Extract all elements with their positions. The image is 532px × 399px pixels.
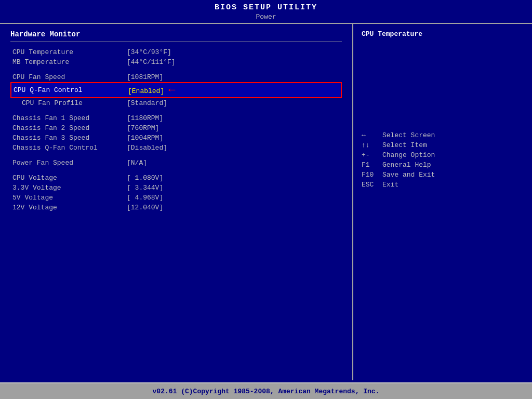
row-label-cpu-fan-speed: CPU Fan Speed	[12, 73, 127, 81]
menu-row-cpu-voltage: CPU Voltage[ 1.080V]	[10, 173, 342, 183]
row-value-chassis-fan1: [1180RPM]	[127, 114, 340, 122]
section-header: Hardware Monitor	[10, 30, 342, 38]
row-value-cpu-fan-speed: [1081RPM]	[127, 73, 340, 81]
bios-title: BIOS SETUP UTILITY	[0, 0, 532, 13]
menu-row-cpu-temp: CPU Temperature[34°C/93°F]	[10, 47, 342, 57]
key-help-row: F10Save and Exit	[362, 171, 524, 179]
key-help-row: ↔Select Screen	[362, 131, 524, 139]
row-label-chassis-fan3: Chassis Fan 3 Speed	[12, 134, 127, 142]
menu-row-v5-voltage: 5V Voltage[ 4.968V]	[10, 193, 342, 203]
row-value-chassis-qfan: [Disabled]	[127, 144, 340, 152]
key-symbol: ↔	[362, 131, 382, 139]
key-help-row: ↑↓Select Item	[362, 141, 524, 149]
row-label-chassis-qfan: Chassis Q-Fan Control	[12, 144, 127, 152]
menu-row-chassis-fan2: Chassis Fan 2 Speed[760RPM]	[10, 123, 342, 133]
row-label-cpu-voltage: CPU Voltage	[12, 174, 127, 182]
menu-row-v12-voltage: 12V Voltage[12.040V]	[10, 203, 342, 212]
row-value-chassis-fan3: [1004RPM]	[127, 134, 340, 142]
row-label-cpu-temp: CPU Temperature	[12, 48, 127, 56]
row-value-cpu-temp: [34°C/93°F]	[127, 48, 340, 56]
key-description: Save and Exit	[382, 171, 435, 179]
left-panel: Hardware Monitor CPU Temperature[34°C/93…	[0, 24, 353, 380]
menu-row-cpu-fan-profile: CPU Fan Profile[Standard]	[10, 98, 342, 108]
key-description: Select Screen	[382, 131, 435, 139]
key-symbol: F1	[362, 161, 382, 169]
row-label-cpu-fan-profile: CPU Fan Profile	[12, 99, 127, 107]
bios-subtitle: Power	[0, 13, 532, 23]
row-value-cpu-fan-profile: [Standard]	[127, 99, 340, 107]
row-label-v5-voltage: 5V Voltage	[12, 194, 127, 202]
menu-row-chassis-qfan: Chassis Q-Fan Control[Disabled]	[10, 143, 342, 153]
row-label-mb-temp: MB Temperature	[12, 58, 127, 66]
row-label-cpu-qfan: CPU Q-Fan Control	[14, 86, 128, 94]
row-value-chassis-fan2: [760RPM]	[127, 124, 340, 132]
menu-row-chassis-fan3: Chassis Fan 3 Speed[1004RPM]	[10, 133, 342, 143]
menu-row-cpu-qfan[interactable]: CPU Q-Fan Control[Enabled]←	[10, 82, 342, 98]
key-help-row: F1General Help	[362, 161, 524, 169]
footer: v02.61 (C)Copyright 1985-2008, American …	[0, 382, 532, 399]
spacer	[10, 108, 342, 113]
key-description: Exit	[382, 181, 398, 189]
key-symbol: ↑↓	[362, 141, 382, 149]
row-value-cpu-voltage: [ 1.080V]	[127, 174, 340, 182]
row-label-v33-voltage: 3.3V Voltage	[12, 184, 127, 192]
row-label-chassis-fan1: Chassis Fan 1 Speed	[12, 114, 127, 122]
key-description: Change Option	[382, 151, 435, 159]
row-value-v12-voltage: [12.040V]	[127, 204, 340, 211]
menu-row-v33-voltage: 3.3V Voltage[ 3.344V]	[10, 183, 342, 193]
row-label-chassis-fan2: Chassis Fan 2 Speed	[12, 124, 127, 132]
rows-container: CPU Temperature[34°C/93°F]MB Temperature…	[10, 47, 342, 212]
row-value-cpu-qfan: [Enabled]←	[128, 84, 339, 97]
red-arrow-icon: ←	[168, 84, 175, 97]
key-symbol: +-	[362, 151, 382, 159]
key-description: Select Item	[382, 141, 427, 149]
key-help-row: ESCExit	[362, 181, 524, 189]
row-value-power-fan: [N/A]	[127, 159, 340, 167]
row-value-v33-voltage: [ 3.344V]	[127, 184, 340, 192]
right-panel-title: CPU Temperature	[362, 30, 524, 38]
row-label-v12-voltage: 12V Voltage	[12, 204, 127, 211]
spacer	[10, 168, 342, 173]
menu-row-power-fan: Power Fan Speed[N/A]	[10, 158, 342, 168]
key-symbol: F10	[362, 171, 382, 179]
key-help-container: ↔Select Screen↑↓Select Item+-Change Opti…	[362, 131, 524, 189]
key-help-row: +-Change Option	[362, 151, 524, 159]
menu-row-mb-temp: MB Temperature[44°C/111°F]	[10, 57, 342, 67]
key-symbol: ESC	[362, 181, 382, 189]
main-container: Hardware Monitor CPU Temperature[34°C/93…	[0, 23, 532, 380]
menu-row-chassis-fan1: Chassis Fan 1 Speed[1180RPM]	[10, 113, 342, 123]
key-description: General Help	[382, 161, 431, 169]
row-label-power-fan: Power Fan Speed	[12, 159, 127, 167]
divider	[10, 42, 342, 42]
menu-row-cpu-fan-speed: CPU Fan Speed[1081RPM]	[10, 72, 342, 82]
right-panel: CPU Temperature ↔Select Screen↑↓Select I…	[353, 24, 532, 380]
row-value-v5-voltage: [ 4.968V]	[127, 194, 340, 202]
row-value-mb-temp: [44°C/111°F]	[127, 58, 340, 66]
spacer	[10, 153, 342, 158]
spacer	[10, 67, 342, 72]
